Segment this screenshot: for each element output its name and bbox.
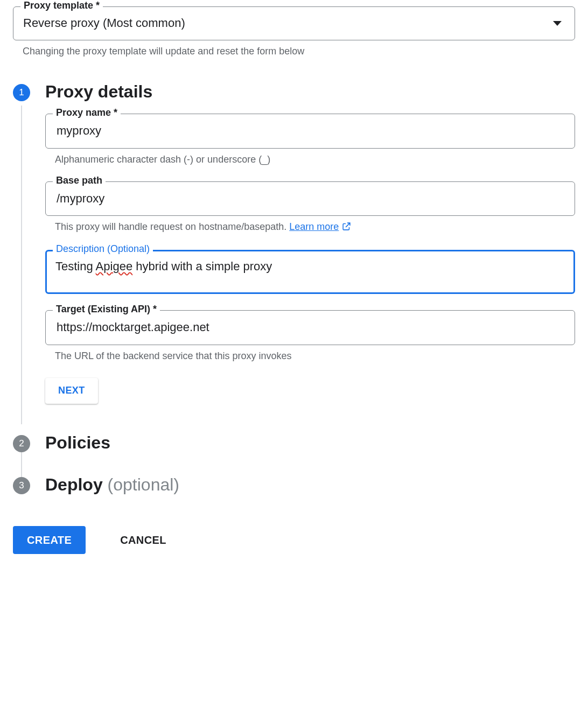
description-input[interactable]: Testing Apigee hybrid with a simple prox… bbox=[55, 259, 565, 285]
step-proxy-details: 1 Proxy details Proxy name * Alphanumeri… bbox=[13, 81, 575, 419]
step-title-proxy-details: Proxy details bbox=[45, 81, 575, 103]
external-link-icon bbox=[342, 222, 351, 234]
create-button[interactable]: Create bbox=[13, 526, 86, 554]
base-path-label: Base path bbox=[53, 175, 106, 186]
base-path-field: Base path bbox=[45, 181, 575, 216]
proxy-template-label: Proxy template * bbox=[20, 0, 103, 11]
step-badge-2: 2 bbox=[13, 435, 30, 452]
base-path-helper: This proxy will handle request on hostna… bbox=[55, 221, 575, 234]
proxy-name-helper: Alphanumeric character dash (-) or under… bbox=[55, 154, 575, 165]
proxy-name-field: Proxy name * bbox=[45, 114, 575, 149]
proxy-name-label: Proxy name * bbox=[53, 107, 121, 118]
target-label: Target (Existing API) * bbox=[53, 304, 160, 315]
proxy-name-input[interactable] bbox=[55, 123, 565, 139]
cancel-button[interactable]: Cancel bbox=[107, 527, 179, 553]
description-field: Description (Optional) Testing Apigee hy… bbox=[45, 250, 575, 294]
proxy-template-value: Reverse proxy (Most common) bbox=[23, 16, 185, 31]
step-title-policies[interactable]: Policies bbox=[45, 432, 110, 454]
proxy-template-field: Proxy template * Reverse proxy (Most com… bbox=[13, 6, 575, 40]
chevron-down-icon bbox=[553, 21, 562, 26]
proxy-template-select[interactable]: Reverse proxy (Most common) bbox=[13, 6, 575, 40]
learn-more-link[interactable]: Learn more bbox=[289, 221, 351, 232]
step-title-deploy[interactable]: Deploy (optional) bbox=[45, 474, 179, 496]
description-label: Description (Optional) bbox=[53, 243, 153, 255]
step-deploy: 3 Deploy (optional) bbox=[13, 474, 575, 496]
proxy-template-helper: Changing the proxy template will update … bbox=[23, 46, 575, 57]
step-badge-1: 1 bbox=[13, 84, 30, 101]
target-helper: The URL of the backend service that this… bbox=[55, 351, 575, 362]
step-badge-3: 3 bbox=[13, 477, 30, 494]
stepper: 1 Proxy details Proxy name * Alphanumeri… bbox=[13, 81, 575, 496]
step-policies: 2 Policies bbox=[13, 432, 575, 454]
base-path-input[interactable] bbox=[55, 191, 565, 207]
form-actions: Create Cancel bbox=[13, 526, 575, 554]
target-input[interactable] bbox=[55, 319, 565, 336]
next-button[interactable]: Next bbox=[45, 378, 98, 404]
target-field: Target (Existing API) * bbox=[45, 310, 575, 345]
